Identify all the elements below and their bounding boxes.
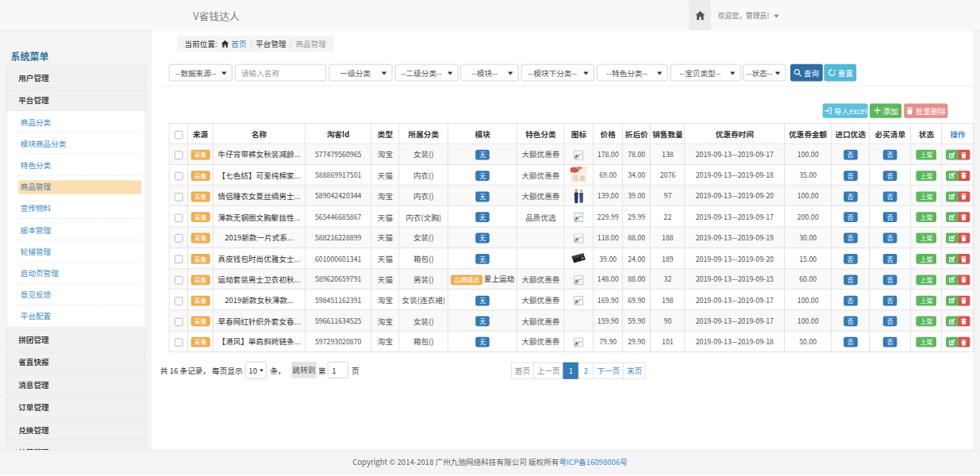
- sidebar-section-0[interactable]: 拼团管理: [6, 329, 145, 350]
- filter-select-4[interactable]: --模块下分类--: [521, 64, 594, 82]
- sidebar-item-2[interactable]: 特色分类: [18, 154, 141, 175]
- edit-button[interactable]: [946, 233, 958, 244]
- jump-button[interactable]: 跳转到: [291, 362, 317, 378]
- row-checkbox[interactable]: [175, 297, 183, 305]
- user-menu[interactable]: 欢迎您，管理员!: [718, 0, 778, 30]
- sidebar-section-2[interactable]: 消息管理: [6, 374, 145, 395]
- must-buy-cell: 否: [870, 331, 911, 351]
- coupon-amount-cell: 200.00: [785, 206, 832, 227]
- filter-select-5[interactable]: --特色分类--: [597, 64, 668, 82]
- breadcrumb-separator: /: [286, 36, 296, 52]
- row-checkbox[interactable]: [175, 193, 183, 201]
- filter-select-0[interactable]: --数据来源--: [169, 64, 233, 82]
- breadcrumb-home-link[interactable]: 首页: [217, 36, 247, 52]
- name-cell: 2019新款女秋薄款...: [213, 290, 306, 310]
- trash-icon: [961, 318, 967, 325]
- edit-button[interactable]: [946, 274, 958, 285]
- edit-button[interactable]: [946, 295, 958, 305]
- taoke-id-cell: 598451162391: [306, 290, 371, 310]
- select-all-checkbox[interactable]: [175, 131, 183, 139]
- status-cell: 上架: [911, 310, 942, 331]
- sales-cell: 32: [651, 268, 685, 289]
- delete-button[interactable]: [958, 171, 970, 181]
- icp-link[interactable]: 粤ICP备16098006号: [559, 456, 627, 467]
- sidebar-item-label: 版本管理: [21, 224, 51, 235]
- category-cell: 女装(连衣裙): [399, 290, 448, 310]
- page-size-select[interactable]: 10: [245, 362, 267, 379]
- pager-item-4[interactable]: 下一页: [594, 363, 624, 379]
- row-checkbox[interactable]: [175, 276, 183, 284]
- page-number-input[interactable]: [328, 362, 348, 378]
- pager-item-3[interactable]: 2: [578, 363, 594, 379]
- search-button[interactable]: 查询: [790, 64, 823, 82]
- coupon-time-cell: 2019-09-13—2019-09-17: [685, 310, 785, 331]
- edit-button[interactable]: [946, 337, 958, 347]
- delete-button[interactable]: [958, 295, 970, 305]
- delete-button[interactable]: [958, 191, 970, 202]
- batch-delete-button[interactable]: 批量删除: [904, 103, 947, 117]
- row-checkbox[interactable]: [175, 255, 183, 263]
- edit-button[interactable]: [946, 191, 958, 202]
- module-badge: 无: [475, 233, 490, 244]
- sidebar-item-5[interactable]: 版本管理: [18, 219, 141, 240]
- breadcrumb-item[interactable]: 平台管理: [256, 36, 286, 52]
- pager-item-1[interactable]: 上一页: [533, 363, 563, 379]
- delete-button[interactable]: [958, 317, 970, 327]
- pager-item-2[interactable]: 1: [563, 363, 579, 379]
- feature-cell: 大额优惠券: [517, 144, 564, 164]
- filter-select-3[interactable]: --模块--: [460, 64, 519, 82]
- sidebar-section-3[interactable]: 订单管理: [6, 397, 145, 417]
- ops-cell: [942, 206, 974, 227]
- sidebar-item-label: 意见反馈: [21, 289, 51, 300]
- edit-button[interactable]: [946, 150, 958, 160]
- feature-cell: [517, 227, 564, 248]
- filter-select-7[interactable]: --状态--: [743, 64, 786, 82]
- delete-button[interactable]: [958, 337, 970, 347]
- delete-button[interactable]: [958, 213, 970, 223]
- sidebar-item-8[interactable]: 意见反馈: [18, 283, 141, 305]
- delete-button[interactable]: [958, 274, 970, 285]
- price-cell: 229.99: [594, 206, 623, 227]
- row-checkbox[interactable]: [175, 172, 183, 180]
- row-checkbox[interactable]: [175, 235, 183, 243]
- sidebar-item-3[interactable]: 商品管理: [18, 175, 141, 197]
- sidebar-item-0[interactable]: 商品分类: [18, 111, 141, 132]
- delete-button[interactable]: [958, 150, 970, 160]
- filter-select-6[interactable]: --宝贝类型--: [670, 64, 740, 82]
- must-buy-badge: 否: [883, 317, 897, 327]
- delete-button[interactable]: [958, 233, 970, 244]
- status-cell: 上架: [911, 268, 942, 289]
- row-checkbox[interactable]: [175, 213, 183, 221]
- delete-button[interactable]: [958, 254, 970, 264]
- name-search-input[interactable]: [235, 64, 326, 82]
- import-excel-button[interactable]: 导入excel: [823, 103, 868, 117]
- edit-button[interactable]: [946, 254, 958, 264]
- sidebar-item-9[interactable]: 平台配置: [18, 305, 141, 326]
- sidebar-item-4[interactable]: 宣传物料: [18, 197, 141, 218]
- icon-cell: [564, 144, 594, 164]
- row-checkbox[interactable]: [175, 152, 183, 159]
- sidebar-item-7[interactable]: 启动页管理: [18, 262, 141, 283]
- sidebar-item-6[interactable]: 轮播管理: [18, 240, 141, 262]
- sidebar-section-1[interactable]: 省直快报: [6, 351, 145, 372]
- sidebar-item-1[interactable]: 模块商品分类: [18, 132, 141, 154]
- add-button[interactable]: 添加: [870, 103, 901, 117]
- pager-item-5[interactable]: 末页: [623, 363, 646, 379]
- pager-item-0[interactable]: 首页: [511, 363, 534, 379]
- source-cell: 采集: [188, 185, 213, 205]
- table-row: 采集情侣睡衣女夏丝绸男士...589042420344淘宝内衣()无大额优惠券1…: [169, 185, 974, 205]
- edit-button[interactable]: [946, 213, 958, 223]
- sidebar-section-platform[interactable]: 平台管理: [6, 90, 145, 111]
- reset-button[interactable]: 重置: [824, 64, 857, 82]
- edit-button[interactable]: [946, 317, 958, 327]
- imported-badge: 否: [844, 213, 858, 223]
- navbar-home-button[interactable]: [689, 0, 711, 30]
- sidebar-section-users[interactable]: 用户管理: [6, 67, 145, 88]
- module-badge: 无: [475, 150, 490, 160]
- filter-select-2[interactable]: --二级分类--: [394, 64, 458, 82]
- sidebar-section-4[interactable]: 兑换管理: [6, 420, 145, 440]
- row-checkbox[interactable]: [175, 339, 183, 347]
- filter-select-1[interactable]: 一级分类: [329, 64, 392, 82]
- edit-button[interactable]: [946, 171, 958, 181]
- row-checkbox[interactable]: [175, 318, 183, 326]
